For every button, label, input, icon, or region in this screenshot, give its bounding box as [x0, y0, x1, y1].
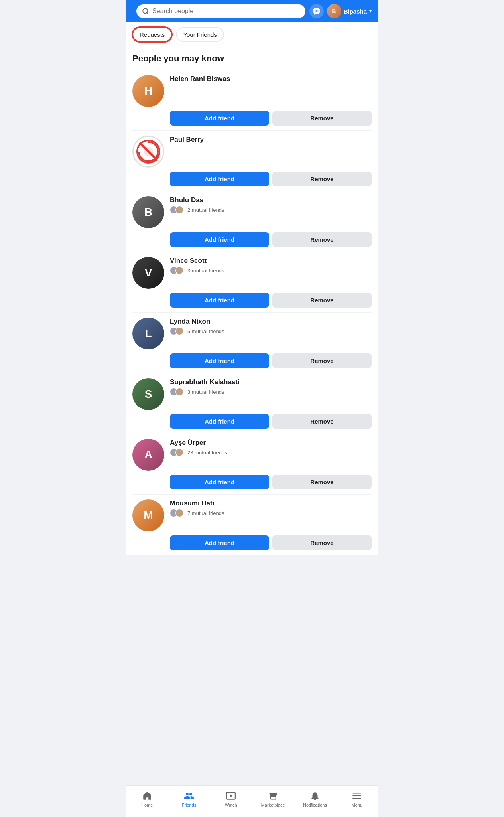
nav-item-menu[interactable]: Menu [336, 789, 378, 809]
watch-icon [226, 791, 236, 801]
person-actions: Add friend Remove [132, 232, 372, 247]
notifications-icon [310, 791, 320, 801]
add-friend-button[interactable]: Add friend [170, 111, 269, 126]
mutual-avatars [170, 388, 185, 396]
remove-button[interactable]: Remove [272, 232, 372, 247]
remove-button[interactable]: Remove [272, 172, 372, 186]
person-info: B Bhulu Das 2 mutual friends [132, 196, 372, 228]
remove-button[interactable]: Remove [272, 535, 372, 550]
add-friend-button[interactable]: Add friend [170, 232, 269, 247]
person-card: L Lynda Nixon 5 mutual friends Add frien… [132, 313, 372, 373]
tab-requests[interactable]: Requests [132, 27, 172, 42]
person-info: A Ayşe Ürper 23 mutual friends [132, 439, 372, 471]
person-info: H Helen Rani Biswas [132, 75, 372, 107]
add-friend-button[interactable]: Add friend [170, 414, 269, 429]
no-entry-icon [136, 140, 160, 164]
username-label: Bipasha [344, 8, 367, 15]
section-title: People you may know [132, 53, 372, 64]
nav-label-menu: Menu [352, 803, 363, 807]
mutual-avatar [175, 206, 183, 214]
svg-rect-8 [270, 797, 276, 799]
add-friend-button[interactable]: Add friend [170, 475, 269, 489]
person-info: M Mousumi Hati 7 mutual friends [132, 499, 372, 531]
person-avatar: L [132, 318, 164, 349]
mutual-avatar [175, 388, 183, 396]
add-friend-button[interactable]: Add friend [170, 293, 269, 308]
person-actions: Add friend Remove [132, 475, 372, 489]
remove-button[interactable]: Remove [272, 111, 372, 126]
person-card: A Ayşe Ürper 23 mutual friends Add frien… [132, 434, 372, 495]
person-avatar: A [132, 439, 164, 471]
person-details: Vince Scott 3 mutual friends [170, 257, 372, 274]
person-avatar: B [132, 196, 164, 228]
person-details: Paul Berry [170, 136, 372, 145]
person-card: M Mousumi Hati 7 mutual friends Add frie… [132, 495, 372, 555]
mutual-friends-text: 7 mutual friends [187, 510, 224, 516]
app-header: B Bipasha ▾ [126, 0, 378, 22]
menu-icon [352, 791, 362, 801]
nav-item-friends[interactable]: Friends [168, 789, 210, 809]
nav-item-home[interactable]: Home [126, 789, 168, 809]
person-name: Ayşe Ürper [170, 439, 372, 447]
mutual-friends: 5 mutual friends [170, 327, 372, 335]
svg-marker-7 [230, 794, 233, 798]
remove-button[interactable]: Remove [272, 293, 372, 308]
search-bar[interactable] [136, 4, 305, 18]
person-avatar: V [132, 257, 164, 289]
nav-label-watch: Watch [225, 803, 237, 807]
person-actions: Add friend Remove [132, 414, 372, 429]
friends-icon [184, 791, 194, 801]
mutual-friends: 3 mutual friends [170, 266, 372, 274]
remove-button[interactable]: Remove [272, 414, 372, 429]
person-name: Suprabhath Kalahasti [170, 378, 372, 386]
avatar: B [327, 4, 341, 18]
person-info: S Suprabhath Kalahasti 3 mutual friends [132, 378, 372, 410]
add-friend-button[interactable]: Add friend [170, 535, 269, 550]
nav-label-home: Home [141, 803, 153, 807]
person-info: L Lynda Nixon 5 mutual friends [132, 318, 372, 349]
add-friend-button[interactable]: Add friend [170, 353, 269, 368]
mutual-avatars [170, 206, 185, 214]
person-card: Paul Berry Add friend Remove [132, 131, 372, 191]
mutual-friends-text: 5 mutual friends [187, 328, 224, 334]
mutual-friends: 3 mutual friends [170, 388, 372, 396]
person-details: Mousumi Hati 7 mutual friends [170, 499, 372, 517]
nav-item-watch[interactable]: Watch [210, 789, 252, 809]
remove-button[interactable]: Remove [272, 353, 372, 368]
tab-your-friends[interactable]: Your Friends [176, 27, 224, 42]
person-details: Lynda Nixon 5 mutual friends [170, 318, 372, 335]
search-icon [142, 8, 149, 15]
bottom-navigation: Home Friends Watch Marketplace Notificat… [126, 785, 378, 817]
mutual-avatar [175, 448, 183, 456]
person-name: Bhulu Das [170, 196, 372, 204]
person-details: Ayşe Ürper 23 mutual friends [170, 439, 372, 456]
mutual-avatars [170, 448, 185, 456]
user-avatar-container[interactable]: B Bipasha ▾ [327, 4, 372, 18]
person-name: Vince Scott [170, 257, 372, 265]
mutual-friends: 23 mutual friends [170, 448, 372, 456]
search-input[interactable] [152, 8, 300, 15]
person-name: Paul Berry [170, 136, 372, 144]
mutual-friends-text: 3 mutual friends [187, 268, 224, 274]
nav-item-notifications[interactable]: Notifications [294, 789, 336, 809]
person-avatar: S [132, 378, 164, 410]
person-info: Paul Berry [132, 136, 372, 168]
nav-item-marketplace[interactable]: Marketplace [252, 789, 294, 809]
mutual-avatar [175, 509, 183, 517]
mutual-friends: 2 mutual friends [170, 206, 372, 214]
remove-button[interactable]: Remove [272, 475, 372, 489]
person-name: Mousumi Hati [170, 499, 372, 507]
add-friend-button[interactable]: Add friend [170, 172, 269, 186]
mutual-avatar [175, 327, 183, 335]
messenger-button[interactable] [309, 4, 324, 18]
person-actions: Add friend Remove [132, 172, 372, 186]
person-actions: Add friend Remove [132, 293, 372, 308]
mutual-avatar [175, 266, 183, 274]
mutual-friends: 7 mutual friends [170, 509, 372, 517]
mutual-avatars [170, 327, 185, 335]
person-name: Helen Rani Biswas [170, 75, 372, 83]
tabs-container: Requests Your Friends [126, 22, 378, 47]
person-name: Lynda Nixon [170, 318, 372, 326]
mutual-friends-text: 2 mutual friends [187, 207, 224, 213]
mutual-avatars [170, 509, 185, 517]
